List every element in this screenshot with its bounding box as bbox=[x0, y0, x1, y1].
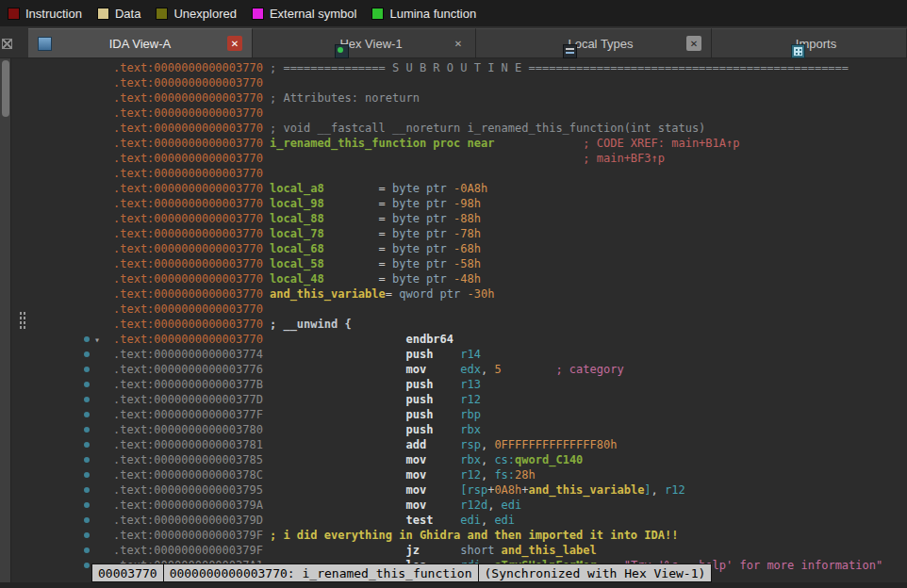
legend-item-instruction: Instruction bbox=[8, 7, 82, 21]
asm-token-plain bbox=[270, 544, 406, 557]
asm-token-plain bbox=[270, 378, 406, 391]
address-prefix: .text:0000000000003770 bbox=[113, 227, 263, 240]
address-prefix: .text:0000000000003770 bbox=[113, 302, 263, 316]
address-prefix: .text:000000000000379F bbox=[113, 544, 263, 557]
asm-line[interactable]: .text:0000000000003770and_this_variable=… bbox=[0, 286, 907, 302]
address-prefix: .text:0000000000003770 bbox=[113, 287, 263, 301]
asm-line[interactable]: .text:000000000000377D push r12 bbox=[0, 392, 907, 407]
asm-line[interactable]: .text:0000000000003780 push rbx bbox=[0, 422, 907, 437]
asm-token-name: i_renamed_this_function proc near bbox=[270, 137, 494, 150]
asm-line[interactable]: .text:0000000000003795 mov [rsp+0A8h+and… bbox=[0, 482, 907, 498]
asm-token-insn: mov bbox=[405, 468, 460, 482]
asm-token-insn: push bbox=[405, 408, 460, 421]
instruction-dot bbox=[84, 532, 90, 538]
asm-line[interactable]: .text:0000000000003781 add rsp, 0FFFFFFF… bbox=[0, 437, 907, 452]
asm-line[interactable]: .text:000000000000377B push r13 bbox=[0, 377, 907, 392]
asm-token-plain bbox=[270, 423, 406, 436]
asm-token-ucom: ; i did everything in Ghidra and then im… bbox=[270, 529, 678, 542]
address-prefix: .text:0000000000003770 bbox=[113, 137, 263, 150]
asm-line[interactable]: .text:0000000000003770local_88 = byte pt… bbox=[0, 211, 907, 226]
asm-token-user: and_this_variable bbox=[529, 483, 645, 497]
asm-line[interactable]: .text:0000000000003770local_58 = byte pt… bbox=[0, 256, 907, 271]
asm-line[interactable]: .text:0000000000003776 mov edx, 5 ; cate… bbox=[0, 362, 907, 377]
asm-line[interactable]: .text:0000000000003785 mov rbx, cs:qword… bbox=[0, 452, 907, 467]
instruction-dot bbox=[84, 382, 90, 387]
asm-token-plain: , bbox=[481, 468, 494, 482]
asm-token-reg: edx bbox=[460, 363, 481, 376]
address-prefix: .text:0000000000003776 bbox=[113, 363, 263, 376]
close-tab-icon[interactable]: ✕ bbox=[451, 36, 466, 51]
asm-token-reg: edi bbox=[494, 514, 515, 527]
asm-line[interactable]: .text:000000000000379A mov r12d, edi bbox=[0, 498, 907, 513]
collapse-arrow-icon[interactable]: ▾ bbox=[94, 333, 100, 348]
asm-line[interactable]: .text:000000000000379F; i did everything… bbox=[0, 528, 907, 543]
asm-line[interactable]: .text:000000000000378C mov r12, fs:28h bbox=[0, 467, 907, 482]
address-prefix: .text:000000000000377B bbox=[113, 378, 263, 391]
asm-line[interactable]: .text:000000000000379F jz short and_this… bbox=[0, 543, 907, 558]
address-prefix: .text:0000000000003770 bbox=[113, 167, 263, 180]
asm-token-insn: mov bbox=[405, 498, 460, 512]
asm-token-insn: push bbox=[405, 423, 460, 436]
asm-line[interactable]: .text:0000000000003770 bbox=[0, 302, 907, 317]
asm-token-reg: [rsp bbox=[460, 483, 487, 497]
asm-line[interactable]: .text:0000000000003770local_48 = byte pt… bbox=[0, 271, 907, 286]
instruction-dot bbox=[84, 487, 90, 493]
bottom-scroll-area bbox=[0, 582, 907, 588]
tab-hex-view-1[interactable]: Hex View-1 ✕ bbox=[253, 28, 476, 57]
asm-token-kw: qword ptr bbox=[399, 287, 467, 301]
tab-ida-view-a[interactable]: IDA View-A ✕ bbox=[28, 28, 253, 57]
dock-close-icon[interactable] bbox=[2, 39, 12, 49]
instruction-dot bbox=[84, 547, 90, 553]
asm-token-kw: byte ptr bbox=[392, 197, 454, 210]
asm-line[interactable]: .text:0000000000003770local_78 = byte pt… bbox=[0, 226, 907, 241]
asm-token-plain bbox=[502, 363, 556, 376]
asm-line[interactable]: .text:0000000000003770; __unwind { bbox=[0, 317, 907, 332]
asm-token-plain: = bbox=[386, 287, 399, 301]
asm-token-com: ; Attributes: noreturn bbox=[270, 91, 420, 105]
asm-line[interactable]: .text:0000000000003770; Attributes: nore… bbox=[0, 90, 907, 106]
address-prefix: .text:0000000000003770 bbox=[113, 76, 263, 90]
asm-token-insn: add bbox=[405, 438, 460, 451]
address-prefix: .text:0000000000003770 bbox=[113, 152, 263, 165]
asm-line[interactable]: .text:0000000000003770local_68 = byte pt… bbox=[0, 241, 907, 256]
asm-token-xref: ; main+BF3↑p bbox=[583, 152, 665, 165]
asm-line[interactable]: .text:0000000000003770local_a8 = byte pt… bbox=[0, 181, 907, 196]
instruction-dot bbox=[84, 517, 90, 523]
asm-token-plain: = bbox=[324, 182, 392, 195]
asm-line[interactable]: .text:0000000000003770; =============== … bbox=[0, 60, 907, 75]
address-prefix: .text:0000000000003770 bbox=[113, 182, 263, 195]
status-bar: 00003770 0000000000003770: i_renamed_thi… bbox=[91, 564, 712, 582]
tab-local-types[interactable]: Local Types ✕ bbox=[476, 28, 712, 57]
asm-token-insn: endbr64 bbox=[405, 333, 454, 346]
asm-token-insn: push bbox=[405, 393, 460, 406]
tab-imports[interactable]: Imports bbox=[712, 28, 907, 57]
splitter-handle-icon[interactable] bbox=[19, 311, 26, 330]
close-tab-icon[interactable]: ✕ bbox=[686, 36, 701, 51]
asm-line[interactable]: .text:0000000000003770 ; main+BF3↑p bbox=[0, 151, 907, 166]
address-prefix: .text:0000000000003770 bbox=[113, 106, 263, 120]
asm-token-kw: byte ptr bbox=[392, 272, 454, 286]
asm-token-num: -0A8h bbox=[454, 182, 487, 195]
asm-line[interactable]: .text:0000000000003770; void __fastcall … bbox=[0, 121, 907, 136]
asm-line[interactable]: .text:0000000000003770 bbox=[0, 75, 907, 90]
asm-line[interactable]: .text:0000000000003770 bbox=[0, 166, 907, 181]
asm-line[interactable]: .text:000000000000379D test edi, edi bbox=[0, 513, 907, 528]
asm-line[interactable]: .text:0000000000003770 bbox=[0, 106, 907, 121]
asm-line[interactable]: .text:0000000000003774 push r14 bbox=[0, 347, 907, 362]
asm-token-plain: , bbox=[651, 483, 665, 497]
address-prefix: .text:000000000000377D bbox=[113, 393, 263, 406]
asm-token-plain: , bbox=[487, 498, 501, 512]
close-tab-icon[interactable]: ✕ bbox=[227, 36, 242, 51]
legend-label: Instruction bbox=[25, 7, 82, 21]
address-prefix: .text:0000000000003770 bbox=[113, 257, 263, 270]
address-prefix: .text:0000000000003780 bbox=[113, 423, 263, 436]
asm-token-user: and_this_variable bbox=[270, 287, 386, 301]
asm-line[interactable]: .text:000000000000377F push rbp bbox=[0, 407, 907, 422]
asm-token-num: 0A8h bbox=[494, 483, 521, 497]
ida-view-icon bbox=[38, 37, 52, 51]
asm-token-plain: = bbox=[324, 197, 392, 210]
asm-line[interactable]: .text:0000000000003770local_98 = byte pt… bbox=[0, 196, 907, 211]
asm-line[interactable]: ▾.text:0000000000003770 endbr64 bbox=[0, 332, 907, 347]
asm-line[interactable]: .text:0000000000003770i_renamed_this_fun… bbox=[0, 136, 907, 151]
asm-token-plain: , bbox=[481, 363, 494, 376]
